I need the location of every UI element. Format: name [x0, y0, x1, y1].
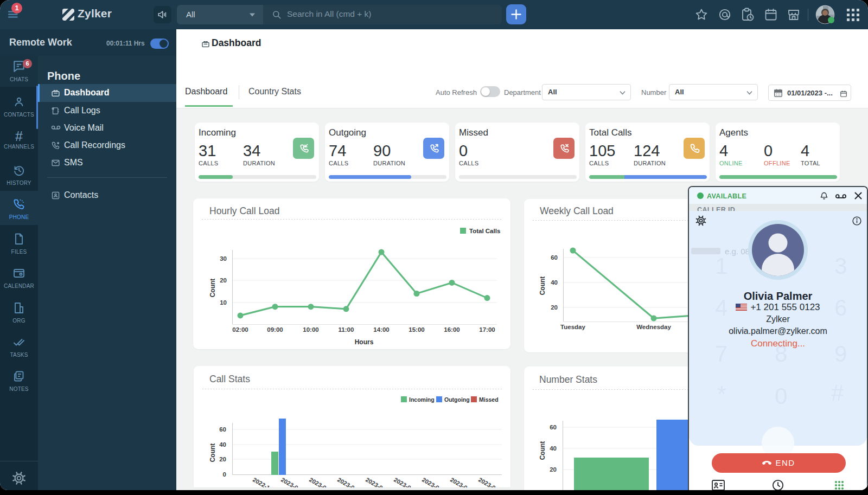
svg-text:10:00: 10:00: [303, 326, 318, 333]
svg-text:20: 20: [219, 456, 226, 462]
svg-text:30: 30: [220, 255, 227, 262]
svg-text:2023-0...: 2023-0...: [336, 476, 360, 487]
svg-text:2023-0...: 2023-0...: [477, 476, 501, 487]
svg-text:17:00: 17:00: [479, 326, 495, 333]
svg-text:09:00: 09:00: [267, 326, 283, 333]
svg-text:Total Calls: Total Calls: [469, 228, 500, 234]
svg-text:Count: Count: [209, 443, 216, 462]
svg-text:Count: Count: [539, 441, 546, 460]
svg-text:14:00: 14:00: [373, 326, 389, 333]
svg-text:20: 20: [551, 304, 558, 311]
svg-text:Missed: Missed: [479, 396, 499, 403]
svg-text:Outgoing: Outgoing: [444, 396, 470, 403]
svg-text:Count: Count: [209, 279, 216, 298]
svg-text:40: 40: [219, 441, 226, 448]
svg-text:16:00: 16:00: [444, 326, 459, 333]
svg-text:2023-0...: 2023-0...: [280, 476, 304, 487]
svg-text:60: 60: [219, 426, 226, 433]
svg-text:20: 20: [550, 466, 557, 473]
svg-text:Weekly Call Load: Weekly Call Load: [540, 205, 614, 216]
svg-text:Hours: Hours: [355, 338, 374, 346]
svg-text:0: 0: [223, 471, 226, 478]
svg-text:40: 40: [550, 445, 557, 452]
svg-text:Hourly Call Load: Hourly Call Load: [209, 205, 279, 216]
svg-text:2023-0...: 2023-0...: [421, 476, 445, 487]
svg-text:2023-0...: 2023-0...: [449, 476, 473, 487]
svg-text:Tuesday: Tuesday: [560, 324, 585, 330]
svg-text:Number Stats: Number Stats: [539, 374, 597, 385]
svg-text:2022-1...: 2022-1...: [252, 476, 276, 487]
svg-text:2023-0...: 2023-0...: [308, 476, 332, 487]
svg-text:40: 40: [551, 279, 558, 286]
svg-text:Call Stats: Call Stats: [209, 374, 250, 384]
svg-text:Incoming: Incoming: [409, 396, 435, 403]
svg-text:11:00: 11:00: [339, 326, 354, 333]
svg-text:10: 10: [220, 299, 227, 306]
svg-text:02:00: 02:00: [232, 326, 248, 333]
svg-text:Wednesday: Wednesday: [636, 324, 671, 330]
svg-text:15:00: 15:00: [409, 326, 424, 333]
svg-text:60: 60: [550, 424, 557, 430]
svg-text:60: 60: [551, 254, 558, 261]
svg-text:20: 20: [220, 277, 227, 284]
svg-text:2023-0...: 2023-0...: [393, 476, 417, 487]
svg-text:Count: Count: [539, 277, 546, 295]
svg-text:2023-0...: 2023-0...: [365, 476, 388, 487]
